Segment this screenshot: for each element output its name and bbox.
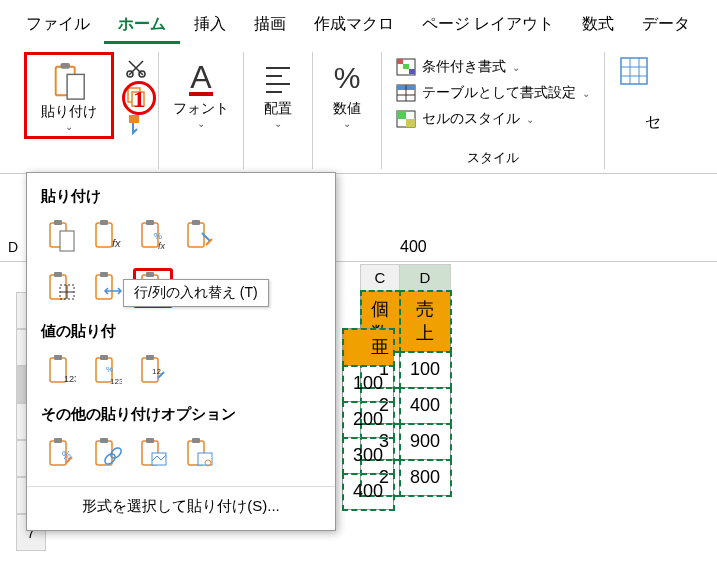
- paste-values-icon[interactable]: 123: [41, 351, 81, 391]
- cell-b5[interactable]: 400: [343, 474, 394, 510]
- tab-layout[interactable]: ページ レイアウト: [408, 8, 568, 44]
- cell-d4[interactable]: 900: [400, 424, 451, 460]
- svg-text:%: %: [154, 231, 162, 241]
- cells-button[interactable]: [615, 52, 653, 90]
- chevron-down-icon: ⌄: [582, 88, 590, 99]
- tab-file[interactable]: ファイル: [12, 8, 104, 44]
- annotation-1: 1: [122, 78, 156, 115]
- svg-text:123: 123: [110, 377, 122, 386]
- font-button[interactable]: A フォント ⌄: [169, 52, 233, 133]
- chevron-down-icon: ⌄: [526, 114, 534, 125]
- svg-rect-65: [96, 441, 112, 465]
- svg-rect-2: [67, 74, 84, 99]
- number-label: 数値: [333, 100, 361, 118]
- cells-group: セ: [605, 52, 663, 169]
- tab-data[interactable]: データ: [628, 8, 704, 44]
- table-format-label: テーブルとして書式設定: [422, 84, 576, 102]
- paste-keep-source-icon[interactable]: [179, 216, 219, 256]
- paste-label: 貼り付け: [41, 103, 97, 121]
- svg-rect-48: [96, 275, 112, 299]
- chevron-down-icon: ⌄: [274, 118, 282, 129]
- alignment-button[interactable]: 配置 ⌄: [254, 52, 302, 133]
- svg-rect-32: [54, 220, 62, 225]
- conditional-format-button[interactable]: 条件付き書式 ⌄: [392, 56, 594, 78]
- cell-b3[interactable]: 200: [343, 402, 394, 438]
- paste-button-highlight: 貼り付け ⌄: [24, 52, 114, 139]
- format-painter-icon[interactable]: [124, 112, 148, 136]
- cell-d2[interactable]: 100: [400, 352, 451, 388]
- table-format-icon: [396, 84, 416, 102]
- paste-keep-width-icon[interactable]: [87, 268, 127, 308]
- paste-formulas-icon[interactable]: fx: [87, 216, 127, 256]
- clipboard-icon: [50, 61, 88, 103]
- cell-b4[interactable]: 300: [343, 438, 394, 474]
- paste-button[interactable]: 貼り付け ⌄: [33, 57, 105, 136]
- svg-rect-66: [100, 438, 108, 443]
- paste-section-title: 貼り付け: [27, 181, 335, 212]
- svg-rect-42: [192, 220, 200, 225]
- svg-rect-16: [397, 59, 403, 64]
- paste-picture-icon[interactable]: [133, 434, 173, 474]
- svg-rect-38: [146, 220, 154, 225]
- cell-style-button[interactable]: セルのスタイル ⌄: [392, 108, 594, 130]
- percent-icon: %: [327, 56, 367, 100]
- alignment-group: 配置 ⌄: [244, 52, 313, 169]
- paste-all-icon[interactable]: [41, 216, 81, 256]
- svg-rect-9: [189, 92, 213, 96]
- grid-col-b: 亜 100 200 300 400: [342, 328, 394, 510]
- svg-text:%: %: [106, 365, 113, 374]
- svg-rect-17: [403, 64, 409, 69]
- number-button[interactable]: % 数値 ⌄: [323, 52, 371, 133]
- svg-rect-7: [129, 115, 139, 123]
- styles-group: 条件付き書式 ⌄ テーブルとして書式設定 ⌄ セルのスタイル ⌄ スタイル: [382, 52, 605, 169]
- tab-draw[interactable]: 描画: [240, 8, 300, 44]
- svg-rect-51: [146, 272, 154, 277]
- paste-formulas-number-icon[interactable]: %fx: [133, 216, 173, 256]
- font-label: フォント: [173, 100, 229, 118]
- svg-rect-24: [397, 111, 406, 119]
- svg-rect-44: [54, 272, 62, 277]
- svg-text:123: 123: [64, 374, 76, 384]
- svg-rect-73: [192, 438, 200, 443]
- cell-d5[interactable]: 800: [400, 460, 451, 496]
- table-format-button[interactable]: テーブルとして書式設定 ⌄: [392, 82, 594, 104]
- cell-style-label: セルのスタイル: [422, 110, 520, 128]
- paste-other-section-title: その他の貼り付けオプション: [27, 399, 335, 430]
- col-header-c[interactable]: C: [361, 265, 400, 291]
- cell-b1[interactable]: 亜: [343, 329, 394, 366]
- cell-b2[interactable]: 100: [343, 366, 394, 402]
- transpose-tooltip: 行/列の入れ替え (T): [123, 279, 269, 307]
- svg-rect-60: [146, 355, 154, 360]
- svg-rect-33: [60, 231, 74, 251]
- svg-rect-26: [621, 58, 647, 84]
- paste-values-number-icon[interactable]: %123: [87, 351, 127, 391]
- paste-formatting-icon[interactable]: %: [41, 434, 81, 474]
- svg-text:A: A: [190, 59, 212, 95]
- svg-rect-34: [96, 223, 112, 247]
- chevron-down-icon: ⌄: [343, 118, 351, 129]
- svg-rect-35: [100, 220, 108, 225]
- svg-text:fx: fx: [112, 237, 121, 249]
- tab-macro[interactable]: 作成マクロ: [300, 8, 408, 44]
- svg-rect-18: [409, 69, 415, 74]
- cond-format-label: 条件付き書式: [422, 58, 506, 76]
- tab-home[interactable]: ホーム: [104, 8, 180, 44]
- paste-link-icon[interactable]: [87, 434, 127, 474]
- cut-icon[interactable]: [124, 56, 148, 80]
- paste-no-borders-icon[interactable]: [41, 268, 81, 308]
- paste-values-source-icon[interactable]: 12: [133, 351, 173, 391]
- svg-rect-56: [100, 355, 108, 360]
- paste-special-button[interactable]: 形式を選択して貼り付け(S)...: [27, 486, 335, 522]
- cell-style-icon: [396, 110, 416, 128]
- alignment-icon: [258, 56, 298, 100]
- ribbon-tabs: ファイル ホーム 挿入 描画 作成マクロ ページ レイアウト 数式 データ: [0, 0, 717, 44]
- cell-d3[interactable]: 400: [400, 388, 451, 424]
- tab-insert[interactable]: 挿入: [180, 8, 240, 44]
- chevron-down-icon: ⌄: [65, 121, 73, 132]
- chevron-down-icon: ⌄: [512, 62, 520, 73]
- col-header-d[interactable]: D: [400, 265, 451, 291]
- cell-d1[interactable]: 売上: [400, 291, 451, 352]
- tab-formulas[interactable]: 数式: [568, 8, 628, 44]
- svg-rect-63: [54, 438, 62, 443]
- paste-linked-picture-icon[interactable]: [179, 434, 219, 474]
